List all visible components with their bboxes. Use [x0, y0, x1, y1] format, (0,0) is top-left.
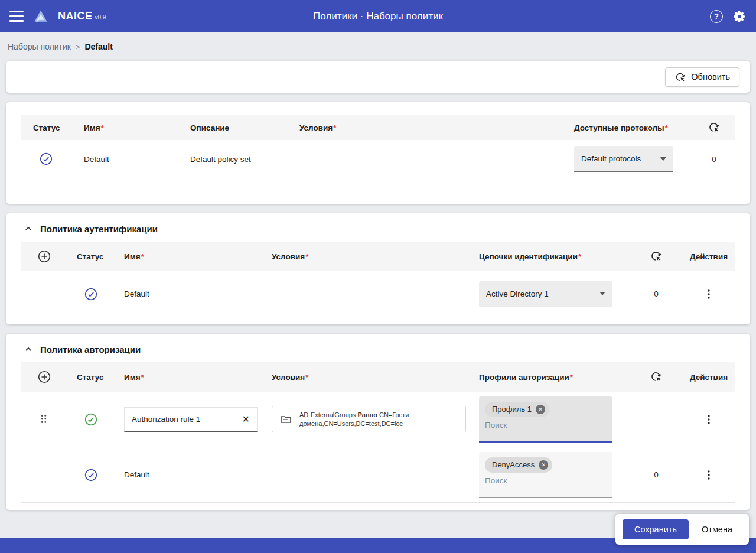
col-actions: Действия	[683, 373, 735, 382]
profiles-search-input[interactable]	[485, 421, 607, 430]
breadcrumb: Наборы политик > Default	[0, 32, 756, 61]
required-marker: *	[333, 123, 336, 132]
authorization-profiles-field[interactable]: DenyAccess ✕	[479, 452, 612, 498]
col-status: Статус	[67, 252, 115, 261]
cancel-button[interactable]: Отмена	[692, 519, 742, 539]
breadcrumb-current: Default	[84, 42, 112, 51]
col-status: Статус	[67, 373, 115, 382]
breadcrumb-parent-link[interactable]: Наборы политик	[8, 42, 71, 51]
kebab-menu-icon[interactable]	[702, 287, 716, 301]
authorization-section-title: Политика авторизации	[40, 344, 141, 354]
col-name: Имя*	[115, 373, 262, 382]
col-name: Имя*	[115, 252, 262, 261]
hits-counter-icon	[650, 250, 663, 263]
save-button[interactable]: Сохранить	[623, 519, 689, 539]
naice-logo	[32, 8, 50, 25]
authentication-policy-card: Политика аутентификации Статус Имя* Усло…	[6, 213, 750, 324]
authz-actions-cell	[683, 468, 735, 482]
authz-rule-name-cell: ✕	[115, 407, 262, 432]
save-cancel-bar: Сохранить Отмена	[615, 514, 749, 545]
required-marker: *	[101, 123, 104, 132]
col-add	[21, 370, 67, 384]
clear-input-icon[interactable]: ✕	[240, 414, 252, 425]
condition-expression: AD·ExternalGroups Равно CN=Гости домена,…	[299, 411, 458, 428]
col-hits	[693, 121, 735, 134]
required-marker: *	[141, 252, 144, 261]
breadcrumb-separator: >	[76, 43, 80, 51]
collapse-chevron-icon[interactable]	[22, 343, 34, 355]
authentication-table-header: Статус Имя* Условия* Цепочки идентификац…	[21, 242, 735, 271]
required-marker: *	[665, 123, 668, 132]
authz-status-cell	[67, 468, 115, 482]
refresh-hits-icon	[674, 71, 686, 83]
authorization-rule-row: Default DenyAccess ✕ 0	[21, 447, 735, 503]
authz-actions-cell	[683, 412, 735, 427]
col-protocols: Доступные протоколы*	[569, 123, 693, 132]
rule-name-field: ✕	[124, 407, 258, 432]
required-marker: *	[578, 252, 581, 261]
rule-name-input[interactable]	[132, 415, 240, 424]
brand-name: NAICE	[58, 10, 93, 22]
chevron-down-icon	[599, 292, 605, 295]
policy-set-status-cell	[21, 146, 74, 172]
identity-chain-select[interactable]: Active Directory 1	[479, 281, 612, 307]
col-profiles: Профили авторизации*	[479, 373, 630, 382]
kebab-menu-icon[interactable]	[702, 468, 716, 482]
col-actions: Действия	[683, 252, 735, 261]
condition-chip[interactable]: AD·ExternalGroups Равно CN=Гости домена,…	[272, 406, 466, 433]
authz-hits: 0	[630, 470, 683, 479]
chip-remove-icon[interactable]: ✕	[536, 405, 545, 414]
authz-rule-name: Default	[115, 470, 262, 479]
hits-counter-icon	[708, 121, 721, 134]
kebab-menu-icon[interactable]	[702, 412, 716, 427]
authz-profiles-cell: Профиль 1 ✕	[479, 396, 630, 443]
profiles-search-input[interactable]	[485, 476, 607, 485]
authz-profiles-cell: DenyAccess ✕	[479, 452, 630, 498]
col-status: Статус	[21, 123, 74, 132]
required-marker: *	[570, 373, 573, 382]
required-marker: *	[305, 252, 308, 261]
profile-chip-label: Профиль 1	[492, 405, 532, 414]
col-conditions: Условия*	[262, 373, 479, 382]
col-conditions: Условия*	[262, 252, 479, 261]
policy-set-row: Default Default policy set Default proto…	[21, 140, 735, 191]
policy-set-card: Статус Имя* Описание Условия* Доступные …	[6, 102, 750, 204]
add-rule-icon[interactable]	[37, 370, 51, 384]
status-enabled-icon[interactable]	[84, 412, 98, 427]
protocols-select[interactable]: Default protocols	[574, 146, 673, 172]
collapse-chevron-icon[interactable]	[22, 223, 34, 235]
help-icon[interactable]: ?	[710, 10, 723, 23]
status-enabled-icon[interactable]	[84, 468, 98, 482]
col-description: Описание	[181, 123, 290, 132]
drag-handle-icon[interactable]	[37, 412, 51, 427]
required-marker: *	[305, 373, 308, 382]
condition-operator: Равно	[357, 411, 377, 418]
profile-chip: DenyAccess ✕	[485, 457, 552, 473]
settings-gear-icon[interactable]	[732, 9, 747, 24]
policy-set-table-header: Статус Имя* Описание Условия* Доступные …	[21, 115, 735, 140]
chevron-down-icon	[660, 157, 666, 161]
policy-set-description: Default policy set	[181, 146, 290, 172]
identity-chain-value: Active Directory 1	[486, 289, 549, 298]
hits-counter-icon	[650, 370, 663, 383]
auth-actions-cell	[683, 287, 735, 301]
authorization-policy-card: Политика авторизации Статус Имя* Условия…	[6, 334, 750, 510]
refresh-button[interactable]: Обновить	[665, 67, 739, 87]
page-title: Политики · Наборы политик	[0, 11, 756, 22]
status-enabled-icon[interactable]	[84, 287, 98, 301]
app-bar: NAICE v0.9 Политики · Наборы политик ?	[0, 0, 756, 32]
chip-remove-icon[interactable]: ✕	[539, 460, 548, 470]
policy-set-protocols-cell: Default protocols	[569, 146, 693, 172]
authz-drag-cell	[21, 412, 67, 427]
menu-icon[interactable]	[9, 11, 24, 22]
add-rule-icon[interactable]	[37, 249, 51, 264]
authorization-profiles-field[interactable]: Профиль 1 ✕	[479, 396, 612, 443]
authz-status-cell	[67, 412, 115, 427]
status-enabled-icon[interactable]	[39, 152, 53, 166]
brand-version: v0.9	[95, 14, 106, 21]
logo-triangle-icon	[32, 8, 50, 25]
authorization-rule-row: ✕ AD·ExternalGroups Равно CN=Гости домен…	[21, 392, 735, 447]
authentication-rule-row: Default Active Directory 1 0	[21, 271, 735, 317]
policy-set-name: Default	[74, 146, 181, 172]
col-conditions: Условия*	[290, 123, 569, 132]
